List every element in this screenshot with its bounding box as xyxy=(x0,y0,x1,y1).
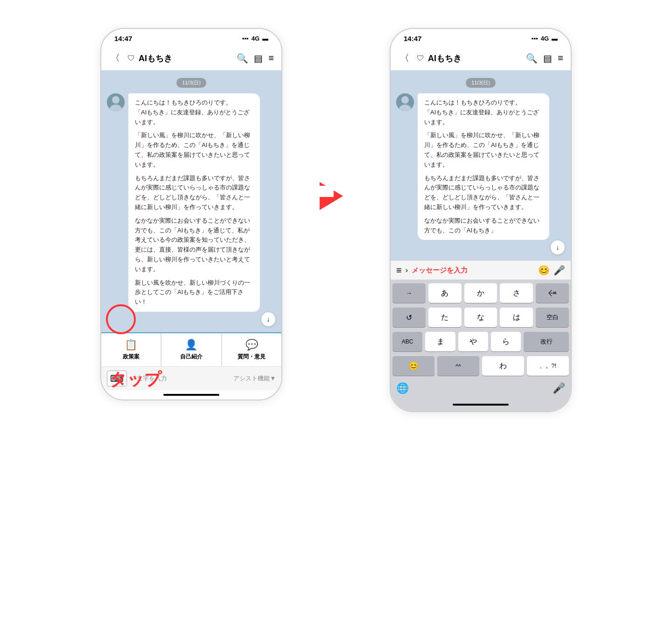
left-message-bubble: こんにちは！もちきひろのりです。「AIもちき」に友達登録、ありがとうございます。… xyxy=(128,93,260,312)
key-sa[interactable]: さ xyxy=(500,283,533,303)
right-status-time: 14:47 xyxy=(404,35,421,42)
right-home-indicator xyxy=(453,404,509,406)
keyboard-row-1: → あ か さ xyxy=(392,283,569,303)
left-date-badge: 11/3(日) xyxy=(101,78,281,88)
key-abc[interactable]: ABC xyxy=(392,332,422,351)
network-type-label: 4G xyxy=(252,35,259,42)
key-ya[interactable]: や xyxy=(458,332,488,351)
key-arrow-right[interactable]: → xyxy=(392,283,426,303)
key-ra[interactable]: ら xyxy=(491,332,521,351)
right-search-icon[interactable]: 🔍 xyxy=(526,53,538,64)
left-message-row: こんにちは！もちきひろのりです。「AIもちき」に友達登録、ありがとうございます。… xyxy=(101,91,281,314)
left-home-bar xyxy=(101,390,281,400)
right-emoji-icon[interactable]: 😊 xyxy=(538,265,550,276)
msg-p1: こんにちは！もちきひろのりです。「AIもちき」に友達登録、ありがとうございます。 xyxy=(135,98,253,127)
svg-point-4 xyxy=(401,96,409,104)
right-msg-p3: もちろんまだまだ課題も多いですが、皆さんが実際に感じていらっしゃる市の課題などを… xyxy=(424,174,543,212)
quick-reply-policy-btn[interactable]: 📋 政策案 xyxy=(101,333,161,366)
key-caret[interactable]: ^^ xyxy=(437,356,479,376)
right-status-bar: 14:47 ▪▪▪ 4G ▬ xyxy=(391,29,571,46)
quick-reply-question-label: 質問・意見 xyxy=(238,353,266,361)
policy-icon: 📋 xyxy=(125,339,137,351)
right-chat-title: AIもちき xyxy=(428,53,522,64)
left-scroll-btn-container: ↓ xyxy=(101,312,281,327)
left-phone: 14:47 ▪▪▪ 4G ▬ 〈 🛡 AIもちき 🔍 ▤ ≡ xyxy=(100,28,282,400)
right-nav-icons: 🔍 ▤ ≡ xyxy=(526,53,563,64)
right-list-icon[interactable]: ▤ xyxy=(543,53,552,64)
msg-p2: 「新しい風」を柳川に吹かせ、「新しい柳川」を作るため、この「AIもちき」を通じて… xyxy=(135,131,253,169)
left-chat-area: 11/3(日) こんにちは！もちきひろのりです。「AIもちき」に友達登録、ありが… xyxy=(101,70,281,332)
globe-icon[interactable]: 🌐 xyxy=(396,382,409,394)
arrow-cutout xyxy=(320,186,334,197)
right-scroll-down-icon: ↓ xyxy=(556,244,560,251)
left-nav-icons: 🔍 ▤ ≡ xyxy=(237,53,274,64)
question-icon: 💬 xyxy=(245,339,258,351)
quick-reply-question-btn[interactable]: 💬 質問・意見 xyxy=(222,333,281,366)
left-status-time: 14:47 xyxy=(114,35,132,42)
right-input-bar: ≡ › メッセージを入力 😊 🎤 xyxy=(391,260,571,280)
left-list-icon[interactable]: ▤ xyxy=(254,53,263,64)
right-status-icons: ▪▪▪ 4G ▬ xyxy=(532,35,558,42)
left-status-bar: 14:47 ▪▪▪ 4G ▬ xyxy=(101,29,281,46)
left-search-icon[interactable]: 🔍 xyxy=(237,53,248,64)
page-container: 14:47 ▪▪▪ 4G ▬ 〈 🛡 AIもちき 🔍 ▤ ≡ xyxy=(72,19,600,421)
right-message-row: こんにちは！もちきひろのりです。「AIもちき」に友達登録、ありがとうございます。… xyxy=(391,91,571,242)
msg-p5: 新しい風を吹かせ、新しい柳川づくりの一歩としてこの「AIもちき」をご活用下さい！ xyxy=(135,278,253,307)
right-keyboard[interactable]: → あ か さ ↺ た な は xyxy=(391,280,571,411)
right-phone: 14:47 ▪▪▪ 4G ▬ 〈 🛡 AIもちき 🔍 ▤ ≡ xyxy=(390,28,572,412)
key-ta[interactable]: た xyxy=(428,308,462,327)
keyboard-row-2: ↺ た な は 空白 xyxy=(392,308,569,327)
left-assist-label[interactable]: アシスト機能▼ xyxy=(233,374,276,383)
key-a[interactable]: あ xyxy=(428,283,462,303)
right-scroll-btn-container: ↓ xyxy=(391,240,571,255)
keyboard-row-4: 😊 ^^ わ 、。?! xyxy=(392,356,569,376)
right-menu-icon-input[interactable]: ≡ xyxy=(396,265,402,276)
right-battery-icon: ▬ xyxy=(552,35,558,42)
key-ka[interactable]: か xyxy=(464,283,497,303)
right-back-button[interactable]: 〈 xyxy=(398,50,411,66)
msg-p3: もちろんまだまだ課題も多いですが、皆さんが実際に感じていらっしゃる市の課題などを… xyxy=(135,174,253,212)
key-ha[interactable]: は xyxy=(500,308,533,327)
left-chat-title: AIもちき xyxy=(139,53,233,64)
left-quick-replies: 📋 政策案 👤 自己紹介 💬 質問・意見 xyxy=(101,332,281,366)
left-scroll-down-button[interactable]: ↓ xyxy=(261,312,276,327)
right-shield-icon: 🛡 xyxy=(417,54,424,63)
key-ma[interactable]: ま xyxy=(425,332,455,351)
msg-p4: なかなか実際にお会いすることができない方でも、この「AIもちき」を通じて、私が考… xyxy=(135,216,253,274)
scroll-down-icon: ↓ xyxy=(267,315,270,323)
left-shield-icon: 🛡 xyxy=(127,54,135,63)
intro-icon: 👤 xyxy=(185,339,197,351)
right-msg-p2: 「新しい風」を柳川に吹かせ、「新しい柳川」を作るため、この「AIもちき」を通じて… xyxy=(424,131,543,169)
quick-reply-intro-label: 自己紹介 xyxy=(180,353,203,361)
left-home-indicator xyxy=(163,394,219,396)
key-space[interactable]: 空白 xyxy=(536,308,569,327)
svg-point-1 xyxy=(112,96,119,104)
keyboard-row-3: ABC ま や ら 改行 xyxy=(392,332,569,351)
right-chevron-icon[interactable]: › xyxy=(406,266,408,274)
key-na[interactable]: な xyxy=(464,308,497,327)
mic-icon[interactable]: 🎤 xyxy=(553,382,565,394)
key-wa[interactable]: わ xyxy=(482,356,524,376)
right-avatar xyxy=(396,93,414,111)
right-mic-icon-input[interactable]: 🎤 xyxy=(553,265,565,276)
key-punct[interactable]: 、。?! xyxy=(527,356,569,376)
right-network-type-label: 4G xyxy=(541,35,549,42)
right-menu-icon[interactable]: ≡ xyxy=(558,53,563,64)
key-undo[interactable]: ↺ xyxy=(392,308,426,327)
right-message-bubble: こんにちは！もちきひろのりです。「AIもちき」に友達登録、ありがとうございます。… xyxy=(418,93,549,240)
right-chat-area: 11/3(日) こんにちは！もちきひろのりです。「AIもちき」に友達登録、ありが… xyxy=(391,70,571,260)
right-msg-p4: なかなか実際にお会いすることができない方でも、この「AIもちき」 xyxy=(424,216,543,236)
left-menu-icon[interactable]: ≡ xyxy=(268,53,274,64)
right-message-input[interactable]: メッセージを入力 xyxy=(412,266,534,275)
key-delete[interactable] xyxy=(536,283,569,303)
key-emoji[interactable]: 😊 xyxy=(392,356,434,376)
right-scroll-down-button[interactable]: ↓ xyxy=(550,240,565,255)
quick-reply-intro-btn[interactable]: 👤 自己紹介 xyxy=(161,333,221,366)
right-msg-p1: こんにちは！もちきひろのりです。「AIもちき」に友達登録、ありがとうございます。 xyxy=(424,98,543,127)
left-back-button[interactable]: 〈 xyxy=(109,50,122,66)
right-home-bar xyxy=(392,400,569,409)
keyboard-bottom-row: 🌐 🎤 xyxy=(392,380,569,396)
left-avatar xyxy=(107,93,125,111)
arrow-right-shape xyxy=(320,177,352,215)
key-enter[interactable]: 改行 xyxy=(524,332,569,351)
